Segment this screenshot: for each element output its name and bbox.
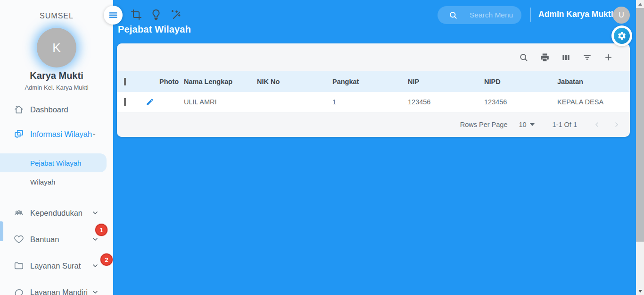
search-menu[interactable] <box>438 6 521 24</box>
sidebar-item-layanan-surat[interactable]: Layanan Surat <box>0 253 113 279</box>
page-title: Pejabat Wilayah <box>118 24 191 35</box>
sidebar-item-label: Bantuan <box>30 235 91 244</box>
table-row: ULIL AMRI 1 123456 123456 KEPALA DESA <box>117 92 630 112</box>
scroll-down-arrow[interactable] <box>636 287 644 295</box>
sidebar-user-role: Admin Kel. Karya Mukti <box>0 84 113 91</box>
chevron-down-icon <box>91 236 99 243</box>
settings-fab-core <box>614 28 630 44</box>
notification-badge: 1 <box>95 224 107 236</box>
home-icon <box>14 104 24 115</box>
chevron-down-icon <box>91 262 99 270</box>
folder-icon <box>14 261 24 271</box>
notification-badge: 2 <box>100 253 113 266</box>
previous-page-button[interactable] <box>593 121 601 128</box>
header-nik-no: NIK No <box>257 78 332 85</box>
sidebar-toggle-button[interactable] <box>104 6 123 25</box>
search-input[interactable] <box>470 11 517 19</box>
chevron-down-icon <box>91 288 99 295</box>
sidebar-avatar-letter: K <box>52 41 60 55</box>
gear-icon <box>617 31 627 41</box>
scrollbar[interactable] <box>636 0 644 295</box>
pagination-range: 1-1 Of 1 <box>553 121 577 128</box>
crop-icon[interactable] <box>131 9 142 20</box>
rows-per-page-label: Rows Per Page <box>460 121 508 128</box>
header-pangkat: Pangkat <box>332 78 408 85</box>
sidebar-item-label: Kependudukan <box>30 209 91 218</box>
sidebar-item-informasi-wilayah[interactable]: Informasi Wilayah 1 <box>0 122 113 146</box>
sidebar-user-name: Karya Mukti <box>0 70 113 81</box>
chevron-up-icon <box>92 130 96 138</box>
row-checkbox[interactable] <box>124 98 126 106</box>
next-page-button[interactable] <box>613 121 620 128</box>
sidebar-item-kependudukan[interactable]: Kependudukan <box>0 200 113 226</box>
header-photo: Photo <box>159 78 184 85</box>
sidebar: SUMSEL K Karya Mukti Admin Kel. Karya Mu… <box>0 0 113 295</box>
header-jabatan: Jabatan <box>557 78 630 85</box>
cell-nama-lengkap: ULIL AMRI <box>184 98 257 106</box>
add-icon[interactable] <box>604 53 613 62</box>
cell-nipd: 123456 <box>484 98 557 106</box>
table-toolbar <box>117 43 630 71</box>
cell-jabatan: KEPALA DESA <box>557 98 630 106</box>
sidebar-subitem-label: Wilayah <box>30 178 113 186</box>
chevron-down-icon <box>91 209 99 217</box>
cell-nip: 123456 <box>408 98 484 106</box>
sidebar-avatar: K <box>37 28 76 67</box>
header-nipd: NIPD <box>484 78 557 85</box>
topbar-divider <box>530 8 531 22</box>
topbar-quick-actions <box>131 9 182 20</box>
hamburger-icon <box>108 10 118 20</box>
brand-title: SUMSEL <box>0 12 113 20</box>
sidebar-item-dashboard[interactable]: Dashboard <box>0 97 113 122</box>
active-menu-indicator <box>0 221 3 241</box>
rows-per-page-value: 10 <box>519 121 526 128</box>
user-menu-avatar[interactable]: U <box>613 7 630 24</box>
sidebar-menu: Dashboard Informasi Wilayah 1 Pejabat Wi… <box>0 97 113 295</box>
data-table-card: Photo Nama Lengkap NIK No Pangkat NIP NI… <box>117 43 630 137</box>
pages-icon <box>14 129 24 139</box>
header-nama-lengkap: Nama Lengkap <box>184 78 257 85</box>
header-nip: NIP <box>408 78 484 85</box>
print-icon[interactable] <box>540 53 549 62</box>
sidebar-item-label: Layanan Mandiri <box>30 288 91 295</box>
sidebar-subitem-label: Pejabat Wilayah <box>30 159 107 167</box>
select-all-checkbox[interactable] <box>124 78 126 85</box>
sidebar-item-pejabat-wilayah[interactable]: Pejabat Wilayah 2 <box>0 153 107 172</box>
table-search-icon[interactable] <box>519 53 528 62</box>
heart-icon <box>14 234 24 244</box>
caret-down-icon <box>530 123 535 126</box>
user-menu-label[interactable]: Admin Karya Mukti <box>538 9 613 19</box>
triangle-down-icon <box>638 290 642 293</box>
rows-per-page-select[interactable]: 10 <box>519 121 534 128</box>
columns-icon[interactable] <box>561 53 570 62</box>
table-header-row: Photo Nama Lengkap NIK No Pangkat NIP NI… <box>117 71 630 92</box>
chat-icon <box>14 287 24 295</box>
sidebar-item-label: Dashboard <box>30 105 113 114</box>
sidebar-item-layanan-mandiri[interactable]: Layanan Mandiri <box>0 279 113 295</box>
cell-pangkat: 1 <box>332 98 408 106</box>
scrollbar-thumb[interactable] <box>636 8 644 242</box>
table-pagination: Rows Per Page 10 1-1 Of 1 <box>117 112 630 136</box>
sidebar-item-label: Informasi Wilayah <box>30 130 92 139</box>
scroll-up-arrow[interactable] <box>636 0 644 8</box>
search-icon <box>449 11 457 19</box>
edit-pencil-icon[interactable] <box>146 98 154 106</box>
filter-icon[interactable] <box>583 53 592 62</box>
triangle-up-icon <box>638 3 642 6</box>
magic-wand-icon[interactable] <box>170 9 182 20</box>
sidebar-item-label: Layanan Surat <box>30 261 91 270</box>
lightbulb-icon[interactable] <box>150 9 162 20</box>
app-root: Admin Karya Mukti U Pejabat Wilayah <box>0 0 644 295</box>
settings-fab[interactable] <box>611 25 632 46</box>
people-icon <box>14 208 24 218</box>
sidebar-item-wilayah[interactable]: Wilayah <box>0 172 113 191</box>
